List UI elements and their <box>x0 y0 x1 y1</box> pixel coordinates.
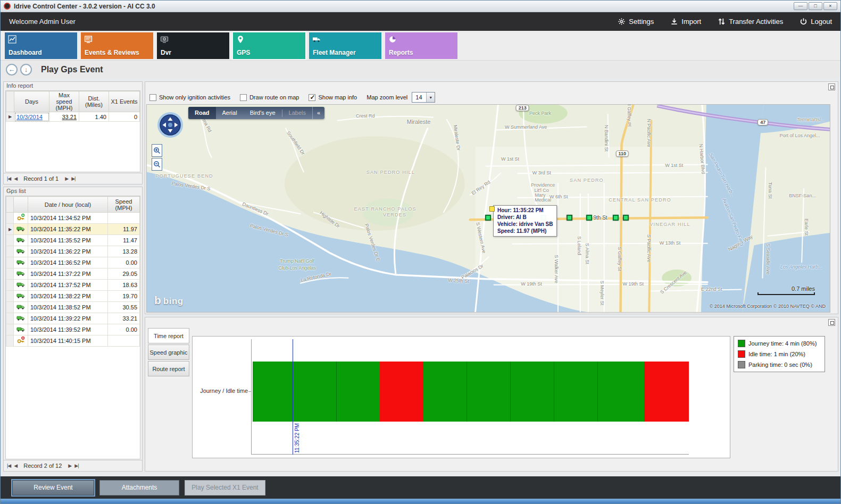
indicator-column-header <box>6 197 14 213</box>
column-header-speed[interactable]: Speed (MPH) <box>108 197 140 213</box>
gps-datetime[interactable]: 10/3/2014 11:36:52 PM <box>28 257 108 268</box>
nav-tile-label: Dashboard <box>9 49 42 56</box>
route-marker[interactable] <box>567 215 572 221</box>
map-zoom-select[interactable]: 14 ▼ <box>412 92 435 103</box>
minimize-button[interactable]: — <box>794 2 807 10</box>
nav-tile-dashboard[interactable]: Dashboard <box>5 32 77 59</box>
gear-icon <box>617 18 626 26</box>
first-record-button[interactable]: |◀ <box>7 463 11 468</box>
gps-datetime[interactable]: 10/3/2014 11:39:22 PM <box>28 313 108 324</box>
zoom-in-button[interactable] <box>152 144 162 157</box>
tab-time-report[interactable]: Time report <box>148 328 189 343</box>
next-record-button[interactable]: ▶ <box>65 176 68 181</box>
back-arrow-icon[interactable]: ← <box>6 64 18 75</box>
map-style-birdseye[interactable]: Bird's eye <box>244 107 282 119</box>
gps-datetime[interactable]: 10/3/2014 11:36:22 PM <box>28 246 108 257</box>
map-options-bar: Show only ignition activities Draw route… <box>149 91 435 103</box>
gps-datetime[interactable]: 10/3/2014 11:35:52 PM <box>28 235 108 246</box>
play-selected-x1-event-button[interactable]: Play Selected X1 Event <box>185 480 265 495</box>
nav-tile-fleet-manager[interactable]: Fleet Manager <box>309 32 381 59</box>
gps-list-row[interactable]: 10/3/2014 11:37:52 PM18.63 <box>6 280 140 291</box>
close-button[interactable]: × <box>823 2 837 10</box>
maximize-button[interactable]: □ <box>809 2 822 10</box>
gps-list-row[interactable]: 10/3/2014 11:39:22 PM33.21 <box>6 313 140 324</box>
nav-tile-dvr[interactable]: Dvr <box>157 32 229 59</box>
next-record-button[interactable]: ▶ <box>68 463 71 468</box>
down-arrow-icon[interactable]: ↓ <box>20 64 32 75</box>
show-map-info-checkbox[interactable]: Show map info <box>309 94 357 101</box>
gps-list-row[interactable]: 10/3/2014 11:37:22 PM29.05 <box>6 268 140 280</box>
prev-record-button[interactable]: ◀ <box>14 176 17 181</box>
settings-button[interactable]: Settings <box>617 18 654 26</box>
map-style-labels[interactable]: Labels <box>282 107 312 119</box>
tooltip-line: Speed: 11.97 (MPH) <box>497 228 553 234</box>
column-header-datetime[interactable]: Date / hour (local) <box>28 197 108 213</box>
checkbox-icon[interactable] <box>309 94 315 101</box>
gps-list-row[interactable]: 10/3/2014 11:36:52 PM0.00 <box>6 257 140 268</box>
info-report-row[interactable]: ▶ 10/3/2014 33.21 1.40 0 <box>6 112 140 122</box>
map-canvas[interactable]: MiralestePeck ParkW Summerland AveCrest … <box>146 104 830 313</box>
gps-datetime[interactable]: 10/3/2014 11:38:52 PM <box>28 302 108 313</box>
collapse-bottom-panel-button[interactable] <box>828 319 835 326</box>
map-style-road[interactable]: Road <box>188 107 216 119</box>
transfer-activities-button[interactable]: Transfer Activities <box>717 18 783 26</box>
nav-tile-gps[interactable]: GPS <box>233 32 305 59</box>
days-link[interactable]: 10/3/2014 <box>14 112 49 122</box>
column-header-dist[interactable]: Dist. (Miles) <box>79 91 109 112</box>
gps-list-row[interactable]: 10/3/2014 11:40:15 PM <box>6 335 140 347</box>
import-button[interactable]: Import <box>670 18 701 26</box>
route-marker[interactable] <box>485 215 491 221</box>
report-tabs: Time reportSpeed graphicRoute report <box>148 328 189 377</box>
gps-list-row[interactable]: 10/3/2014 11:35:52 PM11.47 <box>6 235 140 246</box>
playback-cursor[interactable] <box>293 339 293 455</box>
bing-logo[interactable]: b bing <box>154 294 184 307</box>
draw-route-checkbox[interactable]: Draw route on map <box>240 94 299 101</box>
gps-list-row[interactable]: 10/3/2014 11:34:52 PM <box>6 213 140 224</box>
tab-route-report[interactable]: Route report <box>148 361 189 376</box>
last-record-button[interactable]: ▶| <box>74 463 78 468</box>
gps-truck-icon <box>14 302 28 313</box>
gps-list-row[interactable]: 10/3/2014 11:38:52 PM30.55 <box>6 302 140 313</box>
gps-datetime[interactable]: 10/3/2014 11:40:15 PM <box>28 335 108 347</box>
gps-list-row[interactable]: 10/3/2014 11:39:52 PM0.00 <box>6 324 140 335</box>
max-speed-value[interactable]: 33.21 <box>49 112 79 122</box>
prev-record-button[interactable]: ◀ <box>14 463 17 468</box>
gps-datetime[interactable]: 10/3/2014 11:37:52 PM <box>28 280 108 291</box>
column-header-days[interactable]: Days <box>14 91 49 112</box>
map-compass-control[interactable] <box>156 111 184 140</box>
tab-speed-graphic[interactable]: Speed graphic <box>148 345 189 360</box>
import-label: Import <box>681 18 701 26</box>
zoom-out-button[interactable] <box>152 158 162 171</box>
gps-list-row[interactable]: 10/3/2014 11:36:22 PM13.28 <box>6 246 140 257</box>
gps-datetime[interactable]: 10/3/2014 11:35:22 PM <box>28 224 108 235</box>
map-style-aerial[interactable]: Aerial <box>216 107 244 119</box>
gps-speed: 18.63 <box>108 280 140 291</box>
gps-datetime[interactable]: 10/3/2014 11:37:22 PM <box>28 268 108 280</box>
attachments-button[interactable]: Attachments <box>99 480 179 495</box>
route-marker[interactable] <box>613 215 619 221</box>
column-header-x1-events[interactable]: X1 Events <box>109 91 140 112</box>
last-record-button[interactable]: ▶| <box>71 176 75 181</box>
info-report-grid: Days Max speed (MPH) Dist. (Miles) X1 Ev… <box>5 90 140 172</box>
first-record-button[interactable]: |◀ <box>7 176 11 181</box>
checkbox-icon[interactable] <box>240 94 247 101</box>
collapse-map-panel-button[interactable] <box>828 83 835 90</box>
show-ignition-checkbox[interactable]: Show only ignition activities <box>149 94 230 101</box>
chevron-down-icon[interactable]: ▼ <box>426 93 435 102</box>
logout-button[interactable]: Logout <box>799 18 832 26</box>
nav-tile-events-reviews[interactable]: Events & Reviews <box>81 32 153 59</box>
gps-list-row[interactable]: ▶10/3/2014 11:35:22 PM11.97 <box>6 224 140 235</box>
nav-tile-reports[interactable]: Reports <box>385 32 457 59</box>
review-event-button[interactable]: Review Event <box>12 480 94 495</box>
column-header-max-speed[interactable]: Max speed (MPH) <box>49 91 79 112</box>
map-menu-collapse-button[interactable]: « <box>312 107 324 119</box>
legend-swatch <box>738 361 745 368</box>
gps-datetime[interactable]: 10/3/2014 11:39:52 PM <box>28 324 108 335</box>
route-marker[interactable] <box>586 215 592 221</box>
gps-datetime[interactable]: 10/3/2014 11:38:22 PM <box>28 291 108 302</box>
checkbox-icon[interactable] <box>149 94 156 101</box>
scale-label: 0.7 miles <box>792 285 815 292</box>
gps-list-row[interactable]: 10/3/2014 11:38:22 PM19.70 <box>6 291 140 302</box>
gps-datetime[interactable]: 10/3/2014 11:34:52 PM <box>28 213 108 224</box>
route-marker[interactable] <box>623 215 629 221</box>
